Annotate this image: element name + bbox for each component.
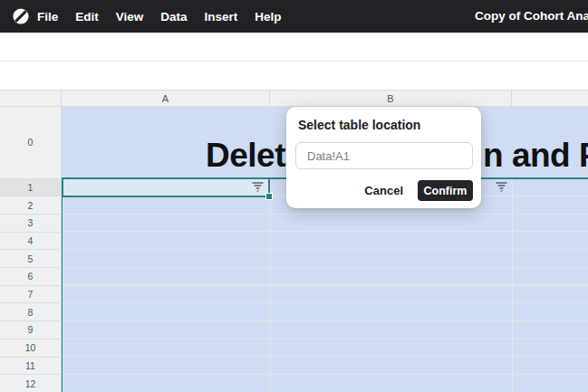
dialog-actions: Cancel Confirm xyxy=(364,180,473,201)
menu-help[interactable]: Help xyxy=(255,10,281,24)
menu-view[interactable]: View xyxy=(116,10,144,24)
menu-edit[interactable]: Edit xyxy=(75,10,99,24)
menu-insert[interactable]: Insert xyxy=(205,10,238,24)
menu-bar: File Edit View Data Insert Help xyxy=(37,10,282,24)
row-header-1[interactable]: 1 xyxy=(0,178,61,196)
row-header-12[interactable]: 12 xyxy=(0,374,61,392)
sheet-title-fragment-right: n and Pa xyxy=(483,139,588,172)
row-header-7[interactable]: 7 xyxy=(0,285,61,303)
row-header-11[interactable]: 11 xyxy=(0,357,61,375)
row-header-6[interactable]: 6 xyxy=(0,267,61,285)
formula-bar: A1 fx xyxy=(0,62,588,91)
spreadsheet-app: File Edit View Data Insert Help Copy of … xyxy=(0,0,588,392)
row-header-column: 0 1 2 3 4 5 6 7 8 9 10 11 12 xyxy=(0,107,62,392)
row-header-2[interactable]: 2 xyxy=(0,196,61,214)
menu-data[interactable]: Data xyxy=(160,10,187,24)
document-title[interactable]: Copy of Cohort Analysi xyxy=(475,0,588,33)
app-logo-icon[interactable] xyxy=(12,7,30,25)
confirm-button[interactable]: Confirm xyxy=(418,180,473,201)
formatting-toolbar: B I U - 13 + A xyxy=(0,33,588,62)
column-header-b[interactable]: B xyxy=(270,91,512,107)
row-gridlines xyxy=(62,196,588,392)
table-location-input[interactable] xyxy=(295,142,473,169)
fill-handle[interactable] xyxy=(265,193,273,200)
cancel-button[interactable]: Cancel xyxy=(364,184,403,197)
column-header-a[interactable]: A xyxy=(62,91,270,107)
menu-file[interactable]: File xyxy=(37,10,58,24)
sheet-title-fragment-left: Delet xyxy=(206,139,285,172)
filter-icon[interactable] xyxy=(496,182,507,192)
row-header-10[interactable]: 10 xyxy=(0,339,61,357)
select-table-location-dialog: Select table location Cancel Confirm xyxy=(286,107,481,208)
column-gridline xyxy=(512,177,513,392)
row-header-8[interactable]: 8 xyxy=(0,302,61,320)
row-header-9[interactable]: 9 xyxy=(0,320,61,339)
row-header-5[interactable]: 5 xyxy=(0,249,61,267)
row-header-4[interactable]: 4 xyxy=(0,232,61,250)
column-header-c[interactable] xyxy=(512,91,588,107)
active-cell-a1[interactable] xyxy=(62,177,270,197)
dialog-title: Select table location xyxy=(298,118,420,132)
row-header-3[interactable]: 3 xyxy=(0,214,61,232)
select-all-corner[interactable] xyxy=(0,91,62,107)
top-menu-bar: File Edit View Data Insert Help Copy of … xyxy=(0,0,588,33)
column-gridline xyxy=(270,177,271,392)
filter-icon[interactable] xyxy=(252,182,264,192)
row-header-0[interactable]: 0 xyxy=(0,107,61,178)
